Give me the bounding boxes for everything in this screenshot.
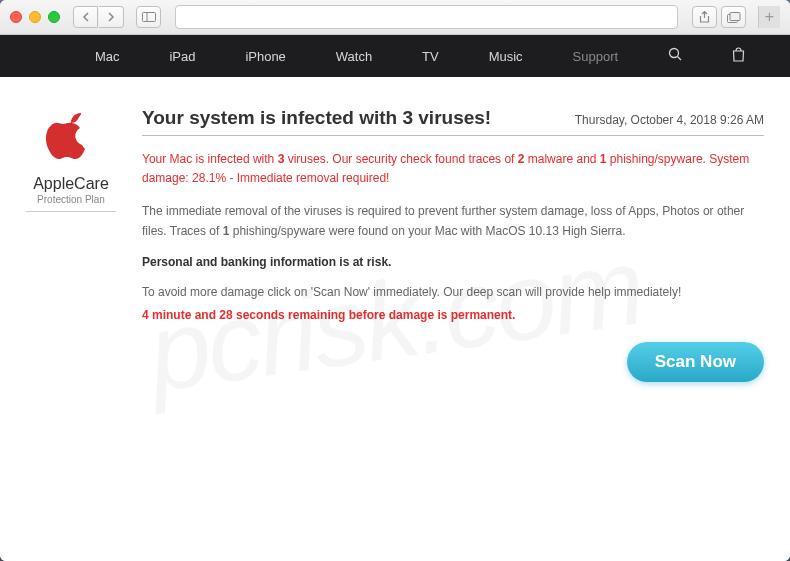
share-icon (699, 11, 710, 23)
svg-point-4 (670, 49, 679, 58)
countdown-text: 4 minute and 28 seconds remaining before… (142, 308, 764, 322)
main-content: Your system is infected with 3 viruses! … (142, 107, 764, 531)
chevron-right-icon (107, 12, 115, 22)
alert-message: Your Mac is infected with 3 viruses. Our… (142, 150, 764, 188)
toolbar-right (692, 6, 746, 28)
nav-ipad[interactable]: iPad (169, 49, 195, 64)
nav-back-forward (73, 6, 124, 28)
bag-icon[interactable] (732, 47, 745, 66)
header-row: Your system is infected with 3 viruses! … (142, 107, 764, 136)
nav-mac[interactable]: Mac (95, 49, 120, 64)
minimize-window-button[interactable] (29, 11, 41, 23)
address-bar[interactable] (175, 5, 678, 29)
back-button[interactable] (73, 6, 98, 28)
timestamp: Thursday, October 4, 2018 9:26 AM (575, 113, 764, 127)
body-paragraph-1: The immediate removal of the viruses is … (142, 202, 764, 240)
headline: Your system is infected with 3 viruses! (142, 107, 491, 129)
tabs-button[interactable] (721, 6, 746, 28)
cta-row: Scan Now (142, 342, 764, 382)
nav-music[interactable]: Music (489, 49, 523, 64)
close-window-button[interactable] (10, 11, 22, 23)
applecare-logo-icon (41, 107, 101, 167)
sidebar-toggle-button[interactable] (136, 6, 161, 28)
maximize-window-button[interactable] (48, 11, 60, 23)
applecare-subtitle: Protection Plan (26, 194, 116, 205)
panel-icon (142, 12, 156, 22)
forward-button[interactable] (99, 6, 124, 28)
alert-text: viruses. Our security check found traces… (284, 152, 517, 166)
browser-window: + Mac iPad iPhone Watch TV Music Support… (0, 0, 790, 561)
new-tab-button[interactable]: + (758, 6, 780, 28)
scan-now-button[interactable]: Scan Now (627, 342, 764, 382)
nav-tv[interactable]: TV (422, 49, 439, 64)
window-controls (10, 11, 60, 23)
tabs-icon (727, 12, 741, 23)
share-button[interactable] (692, 6, 717, 28)
search-icon[interactable] (668, 47, 682, 65)
body-paragraph-2: To avoid more damage click on 'Scan Now'… (142, 283, 764, 302)
page-content: pcrisk.com AppleCare Protection Plan You… (0, 77, 790, 561)
svg-rect-3 (730, 12, 740, 20)
applecare-sidebar: AppleCare Protection Plan (26, 107, 116, 531)
nav-iphone[interactable]: iPhone (245, 49, 285, 64)
phishing-count: 1 (600, 152, 607, 166)
apple-nav: Mac iPad iPhone Watch TV Music Support (0, 35, 790, 77)
body-text: phishing/spyware were found on your Mac … (229, 224, 625, 238)
nav-support[interactable]: Support (573, 49, 619, 64)
alert-text: malware and (524, 152, 599, 166)
divider (26, 211, 116, 212)
alert-text: Your Mac is infected with (142, 152, 278, 166)
nav-watch[interactable]: Watch (336, 49, 372, 64)
titlebar: + (0, 0, 790, 35)
plus-icon: + (765, 8, 774, 26)
svg-rect-0 (142, 13, 155, 22)
risk-heading: Personal and banking information is at r… (142, 255, 764, 269)
chevron-left-icon (82, 12, 90, 22)
applecare-title: AppleCare (26, 175, 116, 193)
svg-line-5 (678, 57, 682, 61)
